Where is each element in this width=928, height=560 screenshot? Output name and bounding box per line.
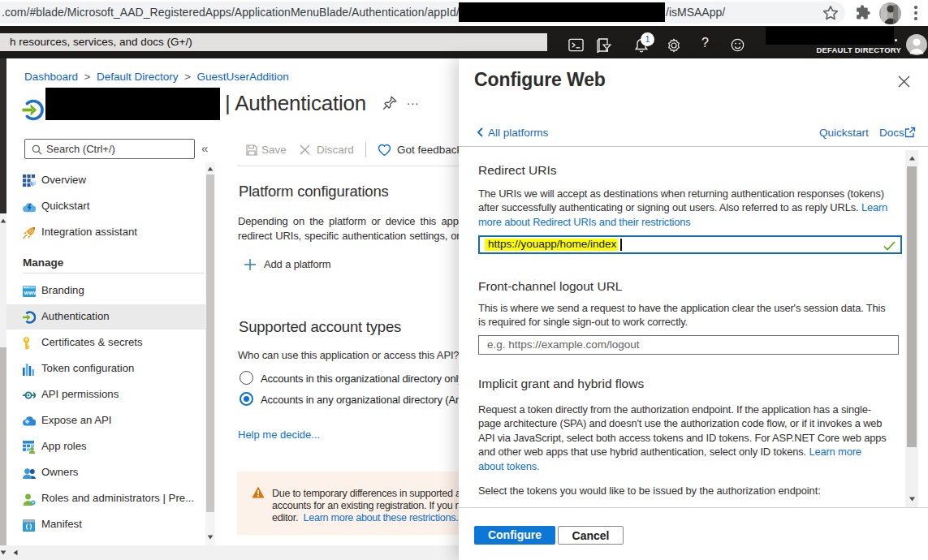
svg-text:?: ? [701,36,709,50]
